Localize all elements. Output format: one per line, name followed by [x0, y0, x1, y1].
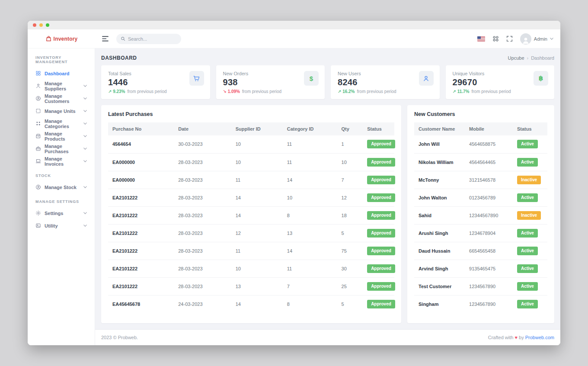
- new-customers-panel: New Customers Customer NameMobileStatus …: [407, 105, 554, 323]
- latest-purchases-table: Purchase NoDateSupplier IDCategory IDQty…: [108, 122, 394, 313]
- customer-icon: [35, 96, 41, 101]
- date-cell: 28-03-2023: [174, 277, 231, 295]
- sidebar-item-utility[interactable]: Utility: [28, 219, 95, 232]
- stat-card-unique-visitors: Unique Visitors 29670 ↗ 11.7% from previ…: [446, 65, 555, 99]
- category-id-cell: 14: [283, 242, 337, 260]
- stat-trend: ↗ 16.2% from previous period: [338, 89, 433, 94]
- date-cell: 28-03-2023: [174, 153, 231, 171]
- sidebar-item-label: Manage Invoices: [45, 156, 80, 167]
- chevron-down-icon: [83, 122, 87, 125]
- trend-up-icon: ↗ 11.7%: [453, 89, 470, 94]
- stat-note: from previous period: [357, 89, 396, 94]
- status-cell: Approved: [363, 189, 394, 206]
- sidebar-item-label: Manage Categories: [45, 119, 80, 129]
- sidebar-item-manage-products[interactable]: Manage Products: [28, 130, 95, 142]
- purchase-no-cell: EA000000: [108, 153, 174, 171]
- column-header-qty: Qty: [337, 122, 363, 135]
- status-badge: Active: [517, 300, 538, 308]
- mobile-cell: 9135465475: [465, 260, 513, 277]
- supplier-id-cell: 14: [231, 295, 283, 313]
- qty-cell: 18: [337, 206, 363, 224]
- footer-credit: Crafted with ♥ by Probweb.com: [488, 335, 554, 340]
- footer: 2023 © Probweb. Crafted with ♥ by Probwe…: [95, 329, 560, 345]
- sidebar-item-manage-invoices[interactable]: Manage Invoices: [28, 155, 95, 167]
- status-cell: Active: [513, 224, 547, 242]
- status-cell: Active: [513, 277, 547, 295]
- mobile-cell: 6654565458: [465, 242, 513, 260]
- products-icon: [35, 133, 41, 139]
- stat-card-new-users: New Users 8246 ↗ 16.2% from previous per…: [331, 65, 440, 99]
- status-badge: Active: [517, 158, 538, 167]
- status-badge: Approved: [367, 300, 395, 308]
- category-id-cell: 10: [283, 189, 337, 206]
- purchase-no-cell: EA000000: [108, 171, 174, 189]
- sidebar-item-manage-customers[interactable]: Manage Customers: [28, 92, 95, 105]
- category-id-cell: 14: [283, 171, 337, 189]
- invoices-icon: [35, 158, 41, 164]
- language-flag-us-icon[interactable]: [477, 36, 485, 42]
- stat-trend: ↗ 9.23% from previous period: [108, 89, 203, 94]
- trend-down-icon: ↘ 1.09%: [223, 89, 240, 94]
- status-cell: Approved: [363, 260, 394, 277]
- purchase-row: 4564654 30-03-2023 10 11 1 Approved: [108, 135, 394, 153]
- stat-card-new-orders: New Orders 938 ↘ 1.09% from previous per…: [216, 65, 325, 99]
- chevron-down-icon: [83, 135, 87, 137]
- customer-name-cell: Nikolas William: [414, 153, 465, 171]
- mobile-cell: 3121546578: [465, 171, 513, 189]
- sidebar-item-label: Manage Stock: [45, 185, 77, 190]
- status-cell: Approved: [363, 277, 394, 295]
- sidebar-item-manage-units[interactable]: Manage Units: [28, 105, 95, 117]
- date-cell: 28-03-2023: [174, 189, 231, 206]
- chevron-down-icon: [83, 212, 87, 214]
- purchase-row: EA45645678 24-03-2023 14 8 5 Approved: [108, 295, 394, 313]
- breadcrumb-link-upcube[interactable]: Upcube: [508, 55, 524, 61]
- status-badge: Inactive: [517, 211, 541, 220]
- breadcrumb: Upcube › Dashboard: [508, 55, 554, 61]
- status-badge: Active: [517, 264, 538, 273]
- sidebar: INVENTORY MANAGEMENT Dashboard Manage Su…: [28, 48, 95, 345]
- supplier-id-cell: 11: [231, 171, 283, 189]
- purchase-no-cell: EA45645678: [108, 295, 174, 313]
- column-header-status: Status: [513, 122, 547, 135]
- column-header-mobile: Mobile: [465, 122, 513, 135]
- status-cell: Active: [513, 189, 547, 206]
- status-badge: Approved: [367, 193, 395, 202]
- sidebar-item-manage-stock[interactable]: Manage Stock: [28, 181, 95, 193]
- search-input[interactable]: [128, 36, 177, 42]
- apps-grid-icon[interactable]: [492, 35, 499, 42]
- app-logo-text: Inventory: [54, 36, 78, 42]
- stat-card-total-sales: Total Sales 1446 ↗ 9.23% from previous p…: [101, 65, 210, 99]
- user-menu[interactable]: Admin: [520, 33, 553, 45]
- supplier-icon: [35, 83, 41, 89]
- topbar-actions: Admin: [477, 33, 560, 45]
- stock-icon: [35, 184, 41, 190]
- sidebar-item-settings[interactable]: Settings: [28, 207, 95, 219]
- customer-name-cell: Test Customer: [414, 277, 465, 295]
- sidebar-item-label: Manage Customers: [45, 93, 80, 104]
- mobile-cell: 1234678904: [465, 224, 513, 242]
- purchase-row: EA2101222 28-03-2023 14 8 18 Approved: [108, 206, 394, 224]
- supplier-id-cell: 12: [231, 224, 283, 242]
- date-cell: 28-03-2023: [174, 242, 231, 260]
- column-header-purchase-no: Purchase No: [108, 122, 174, 135]
- customer-name-cell: Arushi Singh: [414, 224, 465, 242]
- footer-link-probweb[interactable]: Probweb.com: [525, 335, 554, 340]
- column-header-supplier-id: Supplier ID: [231, 122, 283, 135]
- category-id-cell: 8: [283, 295, 337, 313]
- customer-name-cell: Sahid: [414, 206, 465, 224]
- window-minimize-button[interactable]: [39, 23, 43, 27]
- menu-toggle-button[interactable]: [100, 34, 110, 43]
- search-box[interactable]: [116, 34, 181, 44]
- qty-cell: 75: [337, 242, 363, 260]
- sidebar-item-manage-categories[interactable]: Manage Categories: [28, 117, 95, 130]
- date-cell: 28-03-2023: [174, 224, 231, 242]
- window-close-button[interactable]: [33, 23, 36, 27]
- sidebar-item-dashboard[interactable]: Dashboard: [28, 67, 95, 80]
- sidebar-item-manage-suppliers[interactable]: Manage Suppliers: [28, 80, 95, 92]
- mobile-cell: 12344567890: [465, 206, 513, 224]
- app-logo[interactable]: Inventory: [28, 35, 95, 42]
- status-badge: Active: [517, 282, 538, 291]
- window-zoom-button[interactable]: [46, 23, 49, 27]
- sidebar-item-manage-purchases[interactable]: Manage Purchases: [28, 142, 95, 155]
- fullscreen-icon[interactable]: [506, 35, 513, 42]
